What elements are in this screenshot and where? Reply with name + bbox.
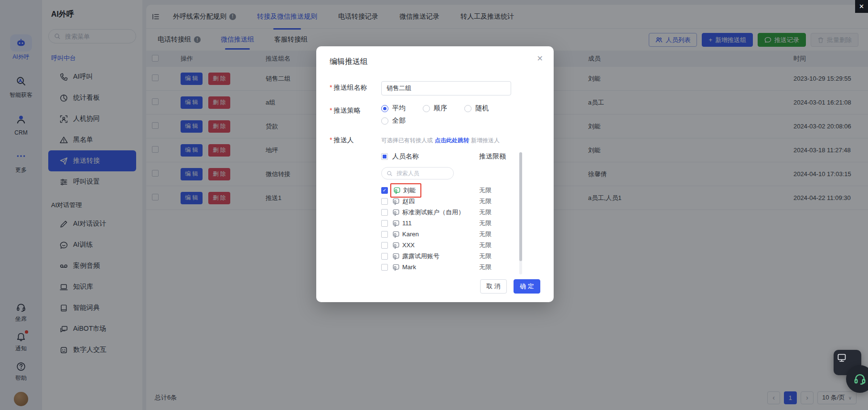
member-row: Mark 无限 <box>381 262 525 273</box>
member-limit: 无限 <box>479 263 492 272</box>
member-panel-header: 人员名称 推送限额 <box>381 152 525 161</box>
member-checkbox[interactable] <box>381 242 388 249</box>
member-limit: 无限 <box>479 241 492 250</box>
pusher-hint: 可选择已有转接人或点击此处跳转新增推送人 <box>381 134 540 145</box>
member-checkbox[interactable] <box>381 220 388 227</box>
window-close-button[interactable]: ✕ <box>855 0 868 13</box>
select-all-members-checkbox[interactable] <box>381 153 388 160</box>
radio-random[interactable]: 随机 <box>464 104 506 113</box>
member-row: 111 无限 <box>381 218 525 229</box>
modal-title: 编辑推送组 <box>330 57 540 67</box>
member-name[interactable]: 111 <box>402 220 412 227</box>
member-name[interactable]: 刘能 <box>403 186 416 195</box>
mini-screen-icon <box>837 354 848 362</box>
modal-close-icon[interactable]: ✕ <box>537 55 543 63</box>
member-row: 标准测试账户（自用） 无限 <box>381 207 525 218</box>
member-name[interactable]: Karen <box>402 231 419 238</box>
radio-icon <box>423 105 430 112</box>
required-asterisk: * <box>330 106 332 114</box>
form-row-pushers: *推送人 可选择已有转接人或点击此处跳转新增推送人 人员名称 推送限额 <box>330 134 540 273</box>
member-panel: 人员名称 推送限额 刘能 <box>381 152 525 273</box>
member-checkbox[interactable] <box>381 187 388 194</box>
field-label: *推送组名称 <box>330 81 381 95</box>
radio-selected-icon <box>381 105 388 112</box>
scrollbar-thumb[interactable] <box>519 152 522 261</box>
limit-column-header: 推送限额 <box>479 152 506 161</box>
field-label: *推送策略 <box>330 104 381 125</box>
member-checkbox[interactable] <box>381 264 388 271</box>
headset-phone-icon <box>854 373 866 385</box>
wechat-account-icon <box>392 220 400 227</box>
radio-icon <box>381 117 388 125</box>
highlight-annotation: 刘能 <box>390 183 421 198</box>
edit-push-group-modal: ✕ 编辑推送组 *推送组名称 *推送策略 平均 <box>316 46 554 302</box>
wechat-account-icon <box>392 252 400 260</box>
member-name[interactable]: 赵四 <box>402 197 415 206</box>
radio-average[interactable]: 平均 <box>381 104 423 113</box>
radio-all[interactable]: 全部 <box>381 116 423 125</box>
member-limit: 无限 <box>479 252 492 261</box>
member-row: Karen 无限 <box>381 229 525 240</box>
member-limit: 无限 <box>479 230 492 239</box>
member-list-scrollbar[interactable] <box>519 152 522 274</box>
wechat-account-icon <box>392 198 400 205</box>
member-limit: 无限 <box>479 197 492 206</box>
wechat-account-icon <box>392 209 400 216</box>
member-checkbox[interactable] <box>381 253 388 260</box>
modal-footer: 取 消 确 定 <box>480 279 540 294</box>
cancel-button[interactable]: 取 消 <box>480 279 507 294</box>
member-checkbox[interactable] <box>381 209 388 216</box>
member-row: 露露试用账号 无限 <box>381 251 525 262</box>
radio-icon <box>464 105 472 112</box>
member-search[interactable] <box>381 167 454 179</box>
app-root: AI外呼 智能获客 CRM 更多 坐席 <box>0 0 868 410</box>
member-limit: 无限 <box>479 186 492 195</box>
member-name[interactable]: 露露试用账号 <box>402 252 439 261</box>
confirm-button[interactable]: 确 定 <box>514 279 540 294</box>
member-row: 刘能 无限 <box>381 185 525 196</box>
wechat-account-icon <box>393 187 401 194</box>
field-label: *推送人 <box>330 134 381 273</box>
search-icon <box>386 170 393 177</box>
member-checkbox[interactable] <box>381 231 388 238</box>
member-name[interactable]: 标准测试账户（自用） <box>402 208 464 217</box>
member-name[interactable]: XXX <box>402 242 415 249</box>
member-checkbox[interactable] <box>381 198 388 205</box>
member-name[interactable]: Mark <box>402 263 416 271</box>
wechat-account-icon <box>392 263 400 271</box>
required-asterisk: * <box>330 136 332 144</box>
name-column-header: 人员名称 <box>392 152 419 161</box>
jump-link[interactable]: 点击此处跳转 <box>435 137 469 144</box>
member-list: 刘能 无限 赵四 无限 标准测试账 <box>381 185 525 273</box>
member-limit: 无限 <box>479 208 492 217</box>
member-row: XXX 无限 <box>381 240 525 251</box>
member-limit: 无限 <box>479 219 492 228</box>
group-name-input[interactable] <box>381 81 511 95</box>
member-search-input[interactable] <box>396 169 449 177</box>
wechat-account-icon <box>392 231 400 238</box>
required-asterisk: * <box>330 84 332 91</box>
wechat-account-icon <box>392 242 400 249</box>
form-row-group-name: *推送组名称 <box>330 81 540 95</box>
form-row-strategy: *推送策略 平均 顺序 随机 <box>330 104 540 125</box>
radio-sequential[interactable]: 顺序 <box>423 104 464 113</box>
